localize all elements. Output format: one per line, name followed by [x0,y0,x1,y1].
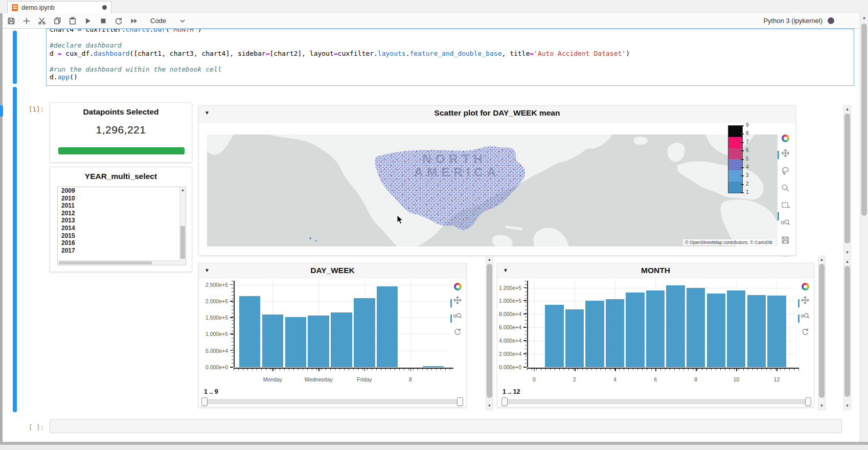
output-scrollbar-lower[interactable]: ▲ ▼ [843,258,851,410]
output-prompt: [1]: [29,105,44,113]
code-cell[interactable]: chart4 = cuxfilter.charts.bar('MONTH') #… [46,29,854,86]
selected-output-bar[interactable] [13,87,17,412]
day-week-range-slider[interactable] [201,397,463,406]
wheel-zoom-icon[interactable] [781,218,790,229]
year-option[interactable]: 2009 [58,187,186,195]
scroll-down-icon[interactable]: ▼ [844,403,851,409]
slider-track[interactable] [501,399,811,404]
year-option[interactable]: 2014 [58,224,186,232]
month-chart-panel: ▼ MONTH 0.000e+02.000e+44.000e+46.000e+4… [497,263,814,408]
sidebar-activity-marker [0,105,3,117]
output-scrollbar-upper[interactable]: ▲ ▼ [843,105,851,257]
scrollbar-thumb[interactable] [180,226,185,259]
month-plot[interactable]: 0.000e+02.000e+44.000e+46.000e+48.000e+4… [497,263,814,407]
year-option[interactable]: 2013 [58,217,186,224]
slider-handle-left[interactable] [501,397,508,406]
kernel-indicator[interactable]: Python 3 (ipykernel) [763,17,863,25]
year-option[interactable]: 2012 [58,210,186,217]
run-all-button[interactable] [128,15,140,27]
wheel-zoom-icon[interactable] [453,312,462,322]
month-range-slider[interactable] [501,397,811,406]
cell-type-select[interactable]: Code [150,17,186,25]
more-options-icon[interactable]: ··· [782,253,789,259]
slider-handle-left[interactable] [201,397,208,406]
day-week-chart-panel: ▼ DAY_WEEK 0.000e+05.000e+41.000e+51.500… [198,263,467,408]
code-line [50,34,630,42]
add-cell-button[interactable] [20,15,33,27]
scroll-up-icon[interactable]: ▲ [861,15,867,21]
cut-button[interactable] [36,15,48,27]
selected-cell-bar[interactable] [13,31,17,84]
empty-code-cell[interactable] [50,419,842,433]
run-button[interactable] [82,15,94,27]
year-option[interactable]: 2017 [58,247,186,255]
mouse-cursor [397,215,404,225]
year-listbox-hscrollbar[interactable] [58,260,180,265]
map-attribution[interactable]: © OpenStreetMap contributors, © CartoDB [683,239,774,245]
window-scrollbar[interactable]: ▲ ▼ [860,13,868,450]
scroll-up-icon[interactable]: ▲ [818,257,825,263]
bar [646,290,665,367]
x-axis-tick-label: 6 [654,376,657,382]
unsaved-changes-dot-icon[interactable] [102,5,107,10]
scroll-down-icon[interactable]: ▼ [818,403,825,409]
bokeh-logo-icon[interactable] [782,134,789,142]
restart-kernel-icon[interactable] [112,15,125,27]
year-option[interactable]: 2015 [58,232,186,240]
year-option[interactable]: 2010 [58,195,186,202]
scroll-up-icon[interactable]: ▲ [844,259,851,265]
scrollbar-thumb[interactable] [487,264,492,398]
tab-demo-ipynb[interactable]: demo.ipynb [7,1,111,13]
pan-tool-icon[interactable] [453,296,462,306]
slider-handle-right[interactable] [457,397,463,406]
scroll-down-icon[interactable]: ▼ [486,403,493,409]
box-zoom-icon[interactable] [781,184,790,194]
scroll-up-icon[interactable]: ▲ [486,257,493,263]
colorbar-tick-label: 7 [746,139,754,145]
reset-tool-icon[interactable] [453,328,462,338]
year-listbox[interactable]: 200920102011201220132014201520162017 ▲ [57,187,186,265]
colorbar-tick [741,184,744,185]
year-option[interactable]: 2016 [58,239,186,247]
y-axis-tick-label: 1.500e+5 [199,314,228,321]
y-axis-tick-label: 2.000e+5 [199,298,228,304]
paste-button[interactable] [66,15,79,27]
day-week-plot[interactable]: 0.000e+05.000e+41.000e+51.500e+52.000e+5… [199,263,466,407]
pan-tool-icon[interactable] [801,296,809,306]
slider-track[interactable] [201,399,463,404]
save-plot-icon[interactable] [781,236,790,246]
panel-right-scrollbar[interactable]: ▲ ▼ [818,256,826,410]
scroll-down-icon[interactable]: ▼ [844,250,851,256]
scrollbar-thumb[interactable] [861,24,867,216]
wheel-zoom-icon[interactable] [801,312,810,322]
map-canvas[interactable]: NORTH AMERICA © OpenStreetMap contributo… [207,134,778,246]
scrollbar-thumb[interactable] [59,261,152,264]
pan-tool-icon[interactable] [781,149,790,160]
scrollbar-thumb[interactable] [819,264,825,398]
map-scatter-panel: ▼ Scatter plot for DAY_WEEK mean [198,105,796,256]
scroll-up-icon[interactable]: ▲ [844,106,851,112]
chevron-down-icon [179,19,186,23]
stop-button[interactable] [97,15,109,27]
code-line: d.app() [50,73,630,81]
active-tool-indicator [778,151,779,159]
box-select-icon[interactable] [781,201,790,212]
bokeh-logo-icon[interactable] [802,283,809,290]
reset-tool-icon[interactable] [801,328,809,338]
scrollbar-thumb[interactable] [844,114,850,243]
copy-button[interactable] [51,15,63,27]
colorbar-tick [741,142,744,143]
panel-divider-scrollbar[interactable]: ▲ ▼ [486,256,493,410]
bokeh-logo-icon[interactable] [454,283,462,290]
y-axis-tick-label: 4.000e+4 [497,338,521,344]
scroll-up-icon[interactable]: ▲ [180,187,186,193]
save-button[interactable] [5,15,17,27]
code-editor[interactable]: chart4 = cuxfilter.charts.bar('MONTH') #… [50,29,630,81]
active-tool-indicator [798,314,800,323]
year-option[interactable]: 2011 [58,202,186,210]
lasso-select-icon[interactable] [781,166,790,177]
year-listbox-vscrollbar[interactable]: ▲ [179,187,186,265]
bar [767,296,786,367]
scrollbar-thumb[interactable] [844,266,850,397]
slider-handle-right[interactable] [805,397,811,406]
